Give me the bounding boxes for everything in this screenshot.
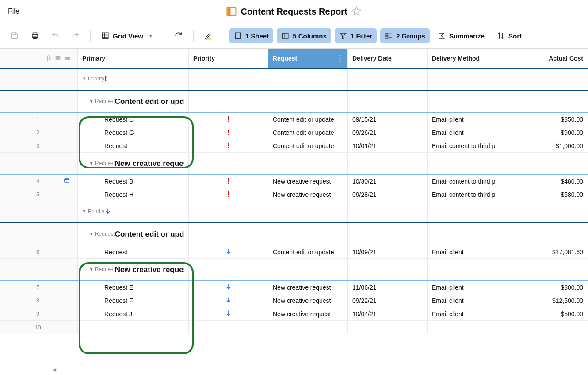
table-row[interactable]: 9 Request J New creative request 10/04/2… (0, 307, 588, 321)
print-button[interactable] (27, 28, 43, 43)
svg-rect-5 (102, 33, 108, 39)
sheet-label: 1 Sheet (245, 32, 269, 40)
group-row-request-new[interactable]: ▼Request New creative request (0, 153, 588, 175)
table-row[interactable]: 4 Request B ! New creative request 10/30… (0, 175, 588, 188)
priority-high-icon: ! (227, 177, 230, 186)
report-icon (226, 7, 236, 16)
collapse-icon[interactable]: ▼ (82, 77, 86, 81)
svg-rect-21 (65, 179, 69, 180)
collapse-icon[interactable]: ▼ (82, 209, 86, 214)
cell-date[interactable]: 09/15/21 (348, 113, 428, 126)
table-row[interactable]: 2 Request G ! Content edit or update 09/… (0, 126, 588, 139)
sort-label: Sort (508, 32, 522, 40)
group-row-request-new[interactable]: ▼Request New creative request (0, 259, 588, 281)
sheet-pill[interactable]: 1 Sheet (229, 28, 273, 43)
highlight-button[interactable] (200, 28, 217, 43)
column-header-priority[interactable]: Priority (189, 49, 268, 68)
attachment-icon (45, 55, 52, 62)
priority-low-icon (225, 310, 232, 318)
svg-rect-11 (282, 33, 288, 38)
grid-view-label: Grid View (113, 32, 143, 40)
filter-label: 1 Filter (351, 32, 372, 40)
filter-pill[interactable]: 1 Filter (335, 28, 377, 43)
comment-icon (54, 55, 61, 62)
group-row-priority-high[interactable]: ▼Priority ! (0, 69, 588, 91)
group-row-request-edit[interactable]: ▼Request Content edit or updat (0, 223, 588, 245)
group-row-request-edit[interactable]: ▼Request Content edit or updat (0, 91, 588, 113)
divider (193, 30, 194, 42)
card-icon (64, 55, 71, 62)
redo-button[interactable] (67, 28, 84, 43)
scroll-left-icon[interactable]: ◄ (51, 366, 57, 373)
svg-rect-15 (386, 33, 388, 35)
priority-low-icon (225, 248, 232, 256)
svg-rect-16 (386, 36, 388, 38)
card-icon[interactable] (63, 177, 70, 185)
summarize-label: Summarize (449, 32, 485, 40)
groups-label: 2 Groups (396, 32, 425, 40)
priority-high-icon: ! (104, 75, 107, 83)
undo-button[interactable] (47, 28, 64, 43)
table-row[interactable]: 8 Request F New creative request 09/22/2… (0, 294, 588, 307)
toolbar: Grid View ▼ 1 Sheet 5 Columns 1 Filter 2… (0, 23, 588, 48)
svg-marker-0 (352, 7, 360, 15)
svg-rect-19 (65, 57, 70, 60)
table-row[interactable]: 1 Request C ! Content edit or update 09/… (0, 113, 588, 126)
table-row[interactable]: 6 Request L Content edit or update 10/09… (0, 245, 588, 259)
collapse-icon[interactable]: ▼ (89, 161, 93, 165)
divider (90, 30, 91, 42)
columns-label: 5 Columns (293, 32, 327, 40)
collapse-icon[interactable]: ▼ (89, 232, 93, 236)
page-title: Content Requests Report (241, 7, 347, 17)
svg-rect-10 (236, 33, 241, 39)
column-header-delivery-method[interactable]: Delivery Method (428, 49, 507, 68)
divider (223, 30, 223, 42)
refresh-button[interactable] (170, 28, 187, 43)
save-button[interactable] (6, 28, 23, 43)
table-row[interactable]: 5 Request H ! New creative request 09/28… (0, 188, 588, 201)
group-label: Request (95, 98, 115, 104)
group-value: Content edit or updat (115, 97, 184, 106)
group-label: Priority (88, 76, 104, 82)
table-row[interactable]: 10 (0, 321, 588, 334)
column-header-actual-cost[interactable]: Actual Cost (507, 49, 588, 68)
svg-rect-1 (13, 33, 15, 34)
table-row[interactable]: 7 Request E New creative request 11/06/2… (0, 281, 588, 294)
table-row[interactable]: 3 Request I ! Content edit or update 10/… (0, 139, 588, 153)
priority-high-icon: ! (227, 115, 230, 124)
column-header-primary[interactable]: Primary (78, 49, 189, 68)
priority-low-icon (225, 283, 232, 291)
priority-low-icon (104, 208, 111, 216)
cell-priority[interactable]: ! (189, 113, 268, 126)
star-icon[interactable] (352, 6, 362, 17)
column-menu-icon[interactable]: ⋮ (336, 54, 344, 63)
collapse-icon[interactable]: ▼ (89, 267, 93, 272)
column-header-request[interactable]: Request⋮ (268, 49, 348, 68)
group-row-priority-low[interactable]: ▼Priority (0, 201, 588, 223)
menu-file[interactable]: File (8, 8, 19, 15)
chevron-down-icon: ▼ (149, 34, 153, 38)
divider (164, 30, 164, 42)
row-header-gutter (0, 49, 78, 68)
priority-high-icon: ! (227, 190, 230, 199)
cell-cost[interactable]: $350.00 (507, 113, 588, 126)
column-header-row: Primary Priority Request⋮ Delivery Date … (0, 48, 588, 69)
column-header-delivery-date[interactable]: Delivery Date (348, 49, 428, 68)
priority-low-icon (225, 296, 232, 305)
grid-view-button[interactable]: Grid View ▼ (97, 28, 157, 43)
priority-high-icon: ! (227, 142, 230, 150)
sort-button[interactable]: Sort (493, 28, 526, 43)
grid: Primary Priority Request⋮ Delivery Date … (0, 48, 588, 334)
cell-method[interactable]: Email client (428, 113, 507, 126)
groups-pill[interactable]: 2 Groups (380, 28, 430, 43)
summarize-button[interactable]: Summarize (433, 28, 489, 43)
columns-pill[interactable]: 5 Columns (277, 28, 331, 43)
menubar: File Content Requests Report (0, 0, 588, 23)
collapse-icon[interactable]: ▼ (89, 99, 93, 103)
priority-high-icon: ! (227, 128, 230, 137)
cell-primary[interactable]: Request C (78, 113, 189, 126)
cell-request[interactable]: Content edit or update (268, 113, 348, 126)
svg-marker-14 (340, 33, 346, 39)
